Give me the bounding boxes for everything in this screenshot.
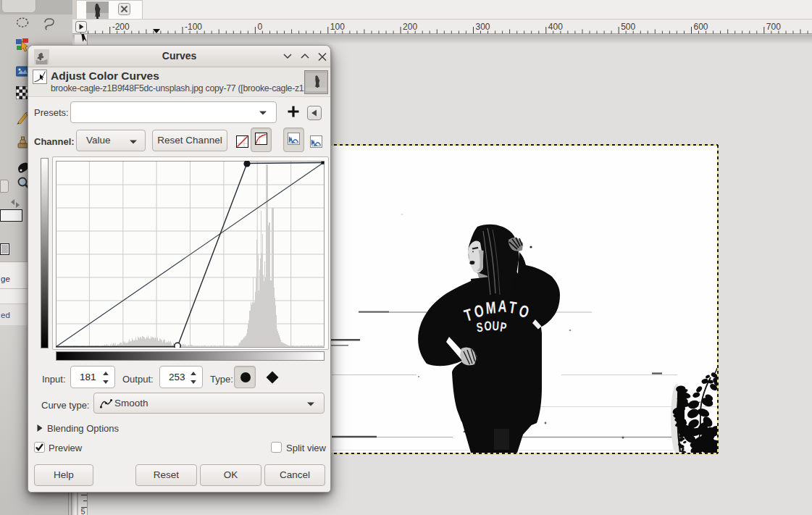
svg-text:5: 5 [81,507,85,515]
svg-text:100: 100 [330,22,345,32]
svg-text:A: A [498,297,507,316]
svg-text:400: 400 [548,22,563,32]
svg-text:500: 500 [621,22,635,32]
svg-text:200: 200 [403,22,417,32]
svg-text:O: O [484,319,492,333]
svg-text:-200: -200 [112,22,130,32]
svg-text:700: 700 [766,22,781,32]
svg-text:U: U [492,319,499,333]
svg-text:M: M [485,298,497,317]
svg-text:300: 300 [476,22,490,32]
svg-text:600: 600 [694,22,708,32]
svg-text:-100: -100 [185,22,202,32]
svg-text:0: 0 [257,22,262,32]
